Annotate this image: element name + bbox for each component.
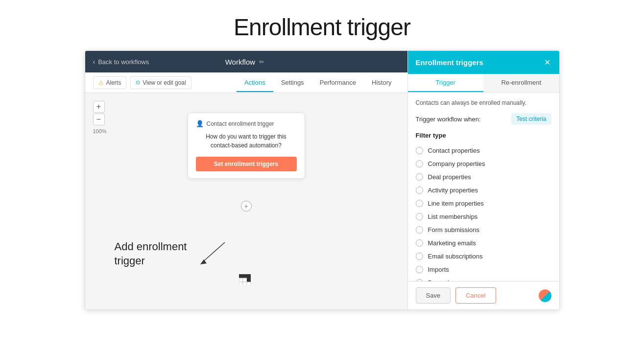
- card-header-label: Contact enrollment trigger: [207, 120, 274, 127]
- annotation-text: Add enrollment trigger: [115, 240, 187, 268]
- tab-settings[interactable]: Settings: [273, 74, 312, 92]
- svg-rect-2: [239, 274, 243, 278]
- radio-form-submissions[interactable]: [416, 226, 423, 234]
- label-form-submissions: Form submissions: [428, 226, 479, 234]
- label-email-subscriptions: Email subscriptions: [428, 253, 483, 260]
- svg-rect-4: [247, 274, 251, 278]
- label-list-memberships: List memberships: [428, 213, 478, 220]
- card-header: 👤 Contact enrollment trigger: [196, 120, 297, 127]
- filter-item-list-memberships[interactable]: List memberships: [416, 210, 551, 223]
- canvas-add-step-area: +: [241, 201, 252, 212]
- checkerboard-pattern: [239, 274, 254, 285]
- enrolled-manually-note: Contacts can always be enrolled manually…: [416, 99, 551, 106]
- zoom-level-label: 100%: [93, 128, 107, 134]
- label-activity-properties: Activity properties: [428, 187, 478, 194]
- enrollment-triggers-panel: Enrollment triggers ✕ Trigger Re-enrollm…: [407, 51, 559, 309]
- label-imports: Imports: [428, 266, 449, 273]
- tab-history[interactable]: History: [364, 74, 399, 92]
- set-enrollment-triggers-button[interactable]: Set enrollment triggers: [196, 157, 297, 171]
- label-line-item-properties: Line item properties: [428, 200, 484, 207]
- tab-performance[interactable]: Performance: [312, 74, 364, 92]
- goal-icon: ⊙: [136, 79, 140, 86]
- radio-marketing-emails[interactable]: [416, 239, 423, 247]
- filter-item-deal-properties[interactable]: Deal properties: [416, 170, 551, 184]
- filter-item-activity-properties[interactable]: Activity properties: [416, 184, 551, 197]
- zoom-out-button[interactable]: −: [93, 114, 105, 125]
- svg-rect-3: [243, 274, 247, 278]
- label-contact-properties: Contact properties: [428, 147, 480, 154]
- workflow-topbar: ‹ Back to workflows Workflow ✏: [85, 51, 407, 72]
- radio-contact-properties[interactable]: [416, 147, 423, 154]
- triggers-panel-footer: Save Cancel: [408, 281, 559, 309]
- filter-item-company-properties[interactable]: Company properties: [416, 157, 551, 170]
- tab-trigger[interactable]: Trigger: [408, 74, 484, 92]
- workflow-panel: ‹ Back to workflows Workflow ✏ ⚠ Alerts …: [85, 51, 407, 309]
- svg-rect-10: [247, 282, 251, 285]
- alerts-label: Alerts: [106, 79, 121, 86]
- radio-company-properties[interactable]: [416, 160, 423, 167]
- zoom-in-button[interactable]: +: [93, 101, 105, 113]
- svg-line-0: [203, 242, 225, 262]
- arrow-annotation: [193, 240, 232, 269]
- triggers-panel-title: Enrollment triggers: [416, 58, 483, 67]
- radio-activity-properties[interactable]: [416, 187, 423, 194]
- view-edit-goal-button[interactable]: ⊙ View or edit goal: [130, 76, 191, 89]
- back-arrow-icon: ‹: [93, 58, 95, 66]
- cancel-button[interactable]: Cancel: [455, 287, 496, 304]
- svg-rect-7: [247, 278, 251, 282]
- card-body-text: How do you want to trigger this contact-…: [196, 132, 297, 150]
- trigger-workflow-row: Trigger workflow when: Test criteria: [416, 113, 551, 125]
- enrollment-trigger-card: 👤 Contact enrollment trigger How do you …: [188, 113, 305, 179]
- goal-label: View or edit goal: [143, 79, 186, 86]
- label-deal-properties: Deal properties: [428, 173, 471, 181]
- save-button[interactable]: Save: [416, 287, 451, 304]
- trigger-workflow-label: Trigger workflow when:: [416, 116, 481, 123]
- svg-rect-9: [243, 282, 247, 285]
- hubspot-logo-circle: [539, 289, 551, 302]
- filter-item-marketing-emails[interactable]: Marketing emails: [416, 236, 551, 250]
- filter-item-line-item-properties[interactable]: Line item properties: [416, 197, 551, 210]
- filter-type-heading: Filter type: [416, 132, 551, 139]
- radio-imports[interactable]: [416, 266, 423, 273]
- filter-item-contact-properties[interactable]: Contact properties: [416, 144, 551, 157]
- filter-item-form-submissions[interactable]: Form submissions: [416, 223, 551, 236]
- workflow-canvas: + − 100% 👤 Contact enrollment trigger Ho…: [85, 93, 407, 309]
- filter-item-email-subscriptions[interactable]: Email subscriptions: [416, 250, 551, 263]
- add-step-button[interactable]: +: [241, 201, 252, 212]
- screenshot-container: ‹ Back to workflows Workflow ✏ ⚠ Alerts …: [85, 50, 560, 310]
- tab-reenrollment[interactable]: Re-enrollment: [483, 74, 559, 92]
- page-title: Enrollment trigger: [0, 14, 644, 41]
- svg-rect-6: [243, 278, 247, 282]
- triggers-panel-header: Enrollment triggers ✕: [408, 51, 559, 74]
- alerts-button[interactable]: ⚠ Alerts: [93, 76, 127, 89]
- radio-email-subscriptions[interactable]: [416, 253, 423, 260]
- radio-list-memberships[interactable]: [416, 213, 423, 220]
- back-link-label: Back to workflows: [98, 58, 149, 66]
- page-title-area: Enrollment trigger: [0, 0, 644, 50]
- radio-deal-properties[interactable]: [416, 173, 423, 181]
- back-to-workflows-link[interactable]: ‹ Back to workflows: [93, 58, 149, 66]
- edit-workflow-icon[interactable]: ✏: [259, 58, 264, 66]
- label-marketing-emails: Marketing emails: [428, 239, 476, 247]
- nav-tabs: Actions Settings Performance History: [237, 74, 400, 92]
- zoom-controls: + − 100%: [93, 101, 107, 134]
- triggers-panel-body[interactable]: Contacts can always be enrolled manually…: [408, 93, 559, 281]
- svg-rect-8: [239, 282, 243, 285]
- test-criteria-button[interactable]: Test criteria: [511, 113, 551, 125]
- label-company-properties: Company properties: [428, 160, 485, 167]
- filter-items-list: Contact properties Company properties De…: [416, 144, 551, 281]
- person-icon: 👤: [196, 120, 204, 127]
- tab-actions[interactable]: Actions: [237, 74, 273, 92]
- workflow-name-label: Workflow: [225, 58, 255, 66]
- filter-item-page-views[interactable]: Page views: [416, 276, 551, 281]
- trigger-reenrollment-tabs: Trigger Re-enrollment: [408, 74, 559, 93]
- workflow-title-area: Workflow ✏: [225, 58, 264, 66]
- radio-line-item-properties[interactable]: [416, 200, 423, 207]
- alert-icon: ⚠: [98, 79, 104, 86]
- svg-marker-1: [200, 259, 207, 264]
- filter-item-imports[interactable]: Imports: [416, 263, 551, 276]
- workflow-tabs-bar: ⚠ Alerts ⊙ View or edit goal Actions Set…: [85, 72, 407, 93]
- close-triggers-panel-button[interactable]: ✕: [543, 57, 551, 68]
- hubspot-logo: [539, 289, 551, 302]
- svg-rect-5: [239, 278, 243, 282]
